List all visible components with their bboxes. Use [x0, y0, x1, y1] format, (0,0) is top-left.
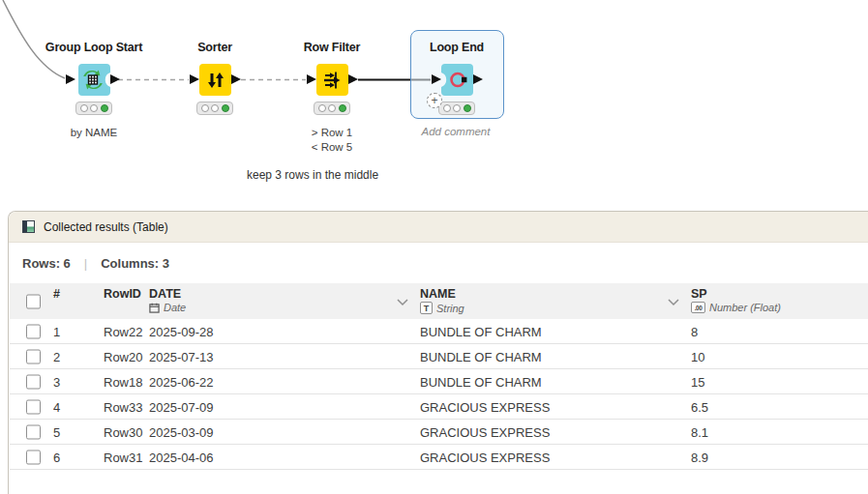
- output-port[interactable]: [473, 74, 483, 84]
- node-row-filter[interactable]: [316, 64, 348, 96]
- cell-name: GRACIOUS EXPRESS: [420, 399, 550, 414]
- panel-titlebar[interactable]: Collected results (Table): [9, 212, 868, 243]
- cell-date: 2025-04-06: [149, 450, 214, 464]
- chevron-down-icon[interactable]: [394, 293, 411, 310]
- group-loop-start-icon: [78, 64, 110, 96]
- output-port[interactable]: [110, 74, 120, 84]
- column-header-index[interactable]: #: [53, 287, 60, 301]
- traffic-light: [196, 102, 233, 115]
- cell-sp: 10: [691, 349, 704, 363]
- cell-index: 2: [53, 349, 60, 363]
- cell-index: 4: [53, 399, 60, 414]
- table-row[interactable]: 3 Row18 2025-06-22 BUNDLE OF CHARM 15: [10, 369, 868, 394]
- column-header-rowid[interactable]: RowID: [104, 287, 141, 301]
- table-row[interactable]: 1 Row22 2025-09-28 BUNDLE OF CHARM 8: [10, 319, 868, 344]
- traffic-green: [339, 104, 346, 112]
- traffic-light: [314, 102, 350, 115]
- traffic-green: [101, 104, 108, 112]
- input-port[interactable]: [307, 74, 316, 84]
- incoming-edge: [3, 0, 65, 78]
- row-checkbox[interactable]: [26, 374, 41, 389]
- meta-separator: |: [84, 256, 87, 271]
- table-header: # RowID DATE Date NAME T Str: [10, 283, 868, 319]
- rows-count: Rows: 6: [22, 256, 71, 271]
- traffic-light: [75, 102, 112, 115]
- sorter-icon: [206, 71, 225, 90]
- cell-name: BUNDLE OF CHARM: [420, 324, 542, 338]
- row-checkbox[interactable]: [26, 324, 41, 338]
- traffic-green: [464, 104, 471, 112]
- cell-index: 1: [53, 324, 60, 338]
- cell-rowid: Row30: [104, 424, 142, 439]
- node-loop-end[interactable]: [441, 64, 473, 96]
- table-row[interactable]: 5 Row30 2025-03-09 GRACIOUS EXPRESS 8.1: [10, 420, 868, 445]
- panel-title: Collected results (Table): [44, 220, 168, 234]
- node-sorter[interactable]: [199, 64, 231, 96]
- row-checkbox[interactable]: [26, 424, 41, 439]
- cell-rowid: Row33: [104, 399, 142, 414]
- add-comment-placeholder[interactable]: Add comment: [378, 126, 533, 137]
- cell-sp: 15: [691, 374, 704, 389]
- workflow-annotation: keep 3 rows in the middle: [247, 168, 378, 182]
- loop-end-icon: [441, 64, 473, 96]
- traffic-red: [318, 104, 326, 112]
- cell-name: GRACIOUS EXPRESS: [420, 424, 550, 439]
- table-body: 1 Row22 2025-09-28 BUNDLE OF CHARM 8 2 R…: [10, 319, 868, 470]
- row-checkbox[interactable]: [26, 349, 41, 363]
- node-title-row-filter: Row Filter: [259, 41, 404, 54]
- table-row[interactable]: 2 Row20 2025-07-13 BUNDLE OF CHARM 10: [10, 344, 868, 369]
- traffic-red: [80, 104, 88, 112]
- traffic-red: [201, 104, 209, 112]
- node-title-loop-end: Loop End: [384, 41, 529, 54]
- cell-index: 5: [53, 424, 60, 439]
- table-view-icon: [22, 220, 35, 233]
- cell-index: 3: [53, 374, 60, 389]
- input-port[interactable]: [66, 74, 75, 84]
- cell-sp: 8.9: [691, 450, 708, 464]
- columns-count: Columns: 3: [101, 256, 169, 271]
- traffic-yellow: [328, 104, 336, 112]
- workflow-canvas: Group Loop Start by NAME Sorter: [0, 0, 868, 211]
- column-header-sp[interactable]: SP .00 Number (Float): [691, 287, 781, 313]
- add-port-button[interactable]: +: [427, 93, 442, 108]
- column-header-name[interactable]: NAME T String: [420, 287, 464, 314]
- row-checkbox[interactable]: [26, 399, 41, 414]
- string-icon: T: [420, 302, 433, 314]
- select-all-checkbox[interactable]: [26, 295, 41, 309]
- node-annotation: by NAME: [16, 126, 171, 140]
- output-port[interactable]: [231, 74, 241, 84]
- traffic-yellow: [90, 104, 98, 112]
- cell-sp: 6.5: [691, 399, 708, 414]
- cell-name: GRACIOUS EXPRESS: [420, 450, 550, 464]
- cell-rowid: Row18: [104, 374, 142, 389]
- cell-index: 6: [53, 450, 60, 464]
- traffic-red: [443, 104, 451, 112]
- calendar-icon: [149, 303, 160, 313]
- results-panel: Collected results (Table) Rows: 6 | Colu…: [8, 211, 868, 494]
- row-filter-icon: [323, 71, 343, 90]
- cell-sp: 8.1: [691, 424, 708, 439]
- table-meta: Rows: 6 | Columns: 3: [9, 243, 868, 271]
- cell-date: 2025-07-09: [149, 399, 214, 414]
- cell-rowid: Row20: [104, 349, 142, 363]
- row-checkbox[interactable]: [26, 450, 41, 464]
- traffic-light: [438, 102, 475, 115]
- cell-date: 2025-07-13: [149, 349, 214, 363]
- node-group-loop-start[interactable]: [78, 64, 110, 96]
- chevron-down-icon[interactable]: [665, 293, 682, 310]
- plus-icon: +: [431, 95, 437, 106]
- cell-sp: 8: [691, 324, 698, 338]
- row-filter-annotation-line2: < Row 5: [254, 140, 409, 155]
- output-port[interactable]: [348, 74, 358, 84]
- column-header-date[interactable]: DATE Date: [149, 287, 186, 313]
- table-row[interactable]: 4 Row33 2025-07-09 GRACIOUS EXPRESS 6.5: [10, 394, 868, 420]
- cell-date: 2025-06-22: [149, 374, 214, 389]
- traffic-green: [222, 104, 229, 112]
- float-icon: .00: [691, 302, 705, 313]
- input-port[interactable]: [190, 74, 199, 84]
- traffic-yellow: [211, 104, 219, 112]
- input-port[interactable]: [432, 74, 441, 84]
- table-row[interactable]: 6 Row31 2025-04-06 GRACIOUS EXPRESS 8.9: [10, 445, 868, 470]
- traffic-yellow: [453, 104, 461, 112]
- cell-date: 2025-09-28: [149, 324, 214, 338]
